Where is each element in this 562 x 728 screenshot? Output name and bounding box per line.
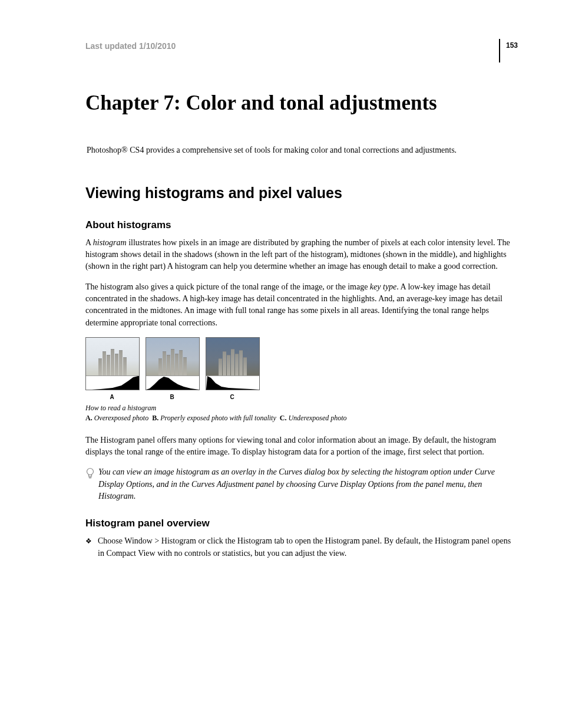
paragraph-histogram-panel: The Histogram panel offers many options … bbox=[85, 434, 518, 459]
last-updated-text: Last updated 1/10/2010 bbox=[85, 41, 176, 51]
text-fragment: A bbox=[85, 238, 93, 247]
caption-label-a: A. bbox=[85, 414, 92, 422]
bullet-item: ❖ Choose Window > Histogram or click the… bbox=[85, 535, 518, 559]
histogram-overexposed bbox=[86, 375, 139, 390]
figure-caption: How to read a histogram bbox=[85, 404, 518, 413]
subsection-histogram-panel-overview: Histogram panel overview bbox=[85, 518, 518, 529]
page-header: Last updated 1/10/2010 153 bbox=[85, 41, 518, 62]
figure-histogram-examples: A B bbox=[85, 337, 518, 400]
caption-label-b: B. bbox=[152, 414, 158, 422]
document-page: Last updated 1/10/2010 153 Chapter 7: Co… bbox=[0, 0, 562, 595]
caption-text-b: Properly exposed photo with full tonalit… bbox=[160, 414, 276, 422]
subsection-about-histograms: About histograms bbox=[85, 219, 518, 231]
lightbulb-icon bbox=[85, 467, 95, 482]
figure-c: C bbox=[206, 337, 259, 400]
caption-text-a: Overexposed photo bbox=[94, 414, 149, 422]
paragraph-histogram-definition: A histogram illustrates how pixels in an… bbox=[85, 237, 518, 273]
thumbnail-proper-exposure bbox=[146, 337, 200, 390]
caption-text-c: Underexposed photo bbox=[288, 414, 346, 422]
thumbnail-overexposed bbox=[85, 337, 140, 390]
page-number-container: 153 bbox=[499, 39, 518, 62]
bullet-text: Choose Window > Histogram or click the H… bbox=[98, 535, 518, 559]
tip-block: You can view an image histogram as an ov… bbox=[85, 466, 518, 502]
tip-text: You can view an image histogram as an ov… bbox=[98, 466, 518, 502]
caption-label-c: C. bbox=[280, 414, 287, 422]
thumbnail-underexposed bbox=[206, 337, 260, 390]
section-title: Viewing histograms and pixel values bbox=[85, 185, 518, 202]
text-fragment: The histogram also gives a quick picture… bbox=[85, 282, 370, 291]
chapter-title: Chapter 7: Color and tonal adjustments bbox=[85, 92, 518, 115]
figure-b: B bbox=[146, 337, 199, 400]
figure-label-b: B bbox=[146, 394, 199, 400]
figure-caption-detail: A. Overexposed photo B. Properly exposed… bbox=[85, 414, 518, 423]
text-fragment: illustrates how pixels in an image are d… bbox=[85, 238, 510, 271]
term-key-type: key type bbox=[370, 282, 396, 291]
histogram-proper-exposure bbox=[146, 375, 199, 390]
chapter-intro: Photoshop® CS4 provides a comprehensive … bbox=[87, 144, 518, 156]
figure-label-c: C bbox=[206, 394, 259, 400]
histogram-underexposed bbox=[206, 375, 259, 390]
term-histogram: histogram bbox=[93, 238, 127, 247]
svg-point-0 bbox=[87, 469, 94, 475]
page-number: 153 bbox=[506, 41, 518, 50]
figure-label-a: A bbox=[85, 394, 138, 400]
paragraph-tonal-range: The histogram also gives a quick picture… bbox=[85, 281, 518, 329]
figure-a: A bbox=[85, 337, 138, 400]
bullet-icon: ❖ bbox=[85, 537, 92, 546]
